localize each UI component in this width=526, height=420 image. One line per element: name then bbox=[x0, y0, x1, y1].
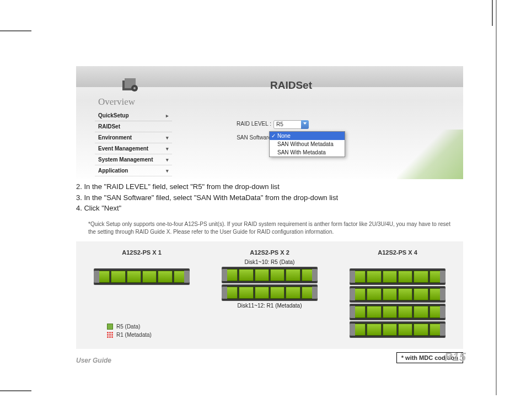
svg-point-3 bbox=[133, 87, 136, 89]
legend: R5 (Data) R1 (Metadata) bbox=[107, 322, 152, 339]
raid-unit bbox=[350, 304, 446, 320]
san-software-dropdown[interactable]: None SAN Without Metadata SAN With Metad… bbox=[269, 131, 345, 157]
footnote: *Quick Setup only supports one-to-four A… bbox=[88, 220, 452, 236]
col-x4: A12S2-PS X 4 bbox=[343, 249, 452, 339]
raidset-icon bbox=[121, 76, 139, 93]
app-screenshot: RAIDSet Overview QuickSetup▸ RAIDSet Env… bbox=[76, 66, 463, 179]
legend-swatch-dots bbox=[107, 332, 113, 338]
sidebar-item-quicksetup[interactable]: QuickSetup▸ bbox=[95, 110, 172, 121]
instruction-steps: 2. In the "RAID LEVEL" field, select "R5… bbox=[76, 181, 463, 214]
dropdown-option-without-metadata[interactable]: SAN Without Metadata bbox=[270, 140, 345, 148]
sidebar: QuickSetup▸ RAIDSet Environment▾ Event M… bbox=[95, 110, 172, 176]
legend-swatch-green bbox=[107, 324, 113, 330]
raid-unit bbox=[350, 268, 446, 285]
raid-unit bbox=[350, 321, 446, 338]
sidebar-item-application[interactable]: Application▾ bbox=[95, 165, 172, 176]
raid-unit bbox=[94, 268, 190, 285]
sidebar-item-environment[interactable]: Environment▾ bbox=[95, 132, 172, 143]
raid-unit bbox=[350, 286, 446, 303]
raid-level-label: RAID LEVEL : bbox=[234, 121, 271, 127]
sidebar-item-event-management[interactable]: Event Management▾ bbox=[95, 143, 172, 154]
page-number: P15 bbox=[444, 350, 466, 364]
sidebar-item-raidset[interactable]: RAIDSet bbox=[95, 121, 172, 132]
raid-unit bbox=[222, 284, 318, 301]
overview-heading: Overview bbox=[98, 96, 135, 107]
raid-unit bbox=[222, 267, 318, 283]
step-4: 4. Click "Next" bbox=[76, 203, 463, 214]
dropdown-option-none[interactable]: None bbox=[270, 132, 345, 140]
footer-guide: User Guide bbox=[76, 357, 111, 364]
disk-label-2: Disk11~12: R1 (Metadata) bbox=[215, 303, 324, 309]
san-software-label: SAN Software bbox=[234, 134, 271, 141]
panel-title: RAIDSet bbox=[270, 79, 312, 91]
dropdown-option-with-metadata[interactable]: SAN With Metadata bbox=[270, 148, 345, 157]
step-3: 3. In the "SAN Software" filed, select "… bbox=[76, 192, 463, 203]
disk-label-1: Disk1~10: R5 (Data) bbox=[215, 259, 324, 265]
raid-level-select[interactable]: R5 bbox=[273, 120, 309, 129]
col-x2: A12S2-PS X 2 Disk1~10: R5 (Data) Disk11~… bbox=[215, 249, 324, 339]
step-2: 2. In the "RAID LEVEL" field, select "R5… bbox=[76, 181, 463, 192]
sidebar-item-system-management[interactable]: System Management▾ bbox=[95, 154, 172, 165]
raid-unit-diagram: A12S2-PS X 1 A12S2-PS X 2 Disk1~10: R5 (… bbox=[76, 241, 463, 349]
